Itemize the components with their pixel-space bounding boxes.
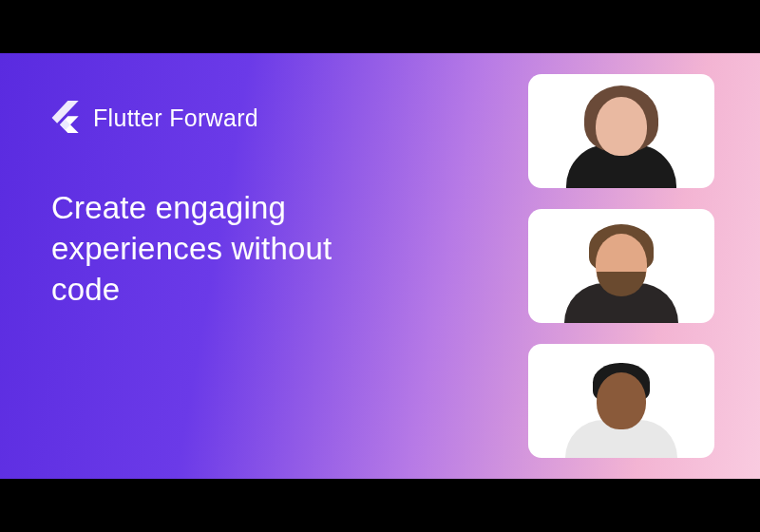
brand-name: Flutter bbox=[93, 104, 162, 131]
speaker-photo bbox=[564, 218, 678, 323]
brand-text: Flutter Forward bbox=[93, 104, 258, 132]
video-thumbnail: Flutter Forward Create engaging experien… bbox=[0, 0, 760, 532]
speaker-column bbox=[513, 53, 760, 479]
speaker-card bbox=[528, 74, 714, 188]
speaker-photo bbox=[564, 84, 678, 188]
brand-event: Forward bbox=[169, 104, 258, 131]
letterbox-top bbox=[0, 0, 760, 53]
brand-lockup: Flutter Forward bbox=[51, 101, 513, 135]
letterbox-bottom bbox=[0, 479, 760, 532]
speaker-card bbox=[528, 344, 714, 458]
slide-content: Flutter Forward Create engaging experien… bbox=[0, 53, 760, 479]
slide-headline: Create engaging experiences without code bbox=[51, 188, 374, 311]
flutter-logo-icon bbox=[51, 101, 80, 135]
speaker-photo bbox=[564, 353, 678, 458]
text-column: Flutter Forward Create engaging experien… bbox=[0, 53, 513, 479]
speaker-card bbox=[528, 209, 714, 323]
